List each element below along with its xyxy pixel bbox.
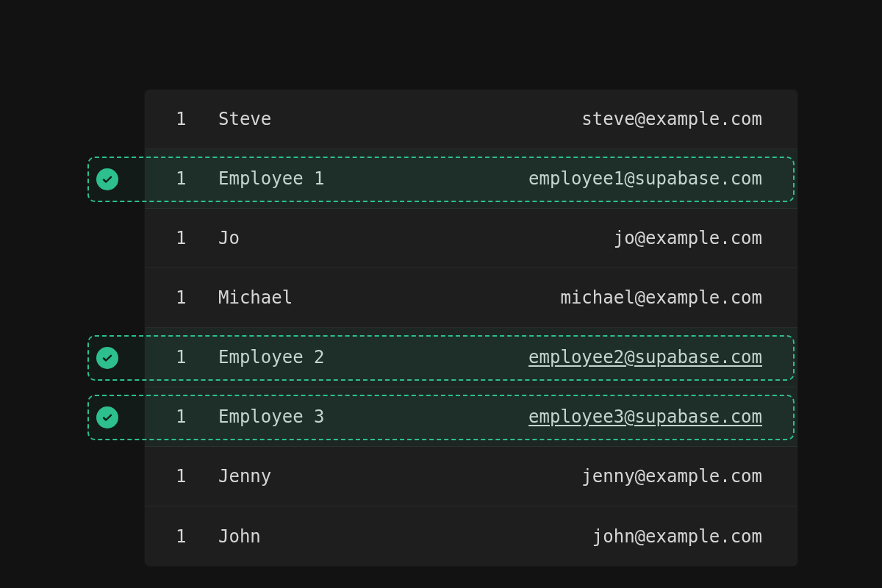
row-email[interactable]: employee3@supabase.com (528, 406, 762, 427)
canvas: 1 Steve steve@example.com 1 Employee 1 e… (0, 0, 882, 588)
check-badge (96, 347, 118, 369)
row-name: Jo (218, 228, 240, 248)
row-email: employee1@supabase.com (528, 168, 762, 189)
row-index: 1 (176, 526, 218, 547)
row-index: 1 (176, 406, 218, 427)
row-name: Steve (218, 109, 271, 129)
check-badge (96, 168, 118, 190)
row-name: Jenny (218, 466, 271, 487)
check-icon (101, 412, 113, 423)
table-row[interactable]: 1 Michael michael@example.com (145, 268, 797, 328)
row-index: 1 (176, 347, 218, 368)
row-email[interactable]: employee2@supabase.com (528, 347, 762, 368)
check-badge (96, 406, 118, 429)
row-email: jenny@example.com (581, 466, 762, 487)
row-name: Employee 3 (218, 406, 325, 427)
check-icon (101, 173, 113, 185)
table-row[interactable]: 1 Employee 1 employee1@supabase.com (145, 149, 797, 209)
row-name: Employee 2 (218, 347, 325, 368)
table-row[interactable]: 1 John john@example.com (145, 506, 797, 566)
row-email: steve@example.com (581, 109, 762, 129)
table-row[interactable]: 1 Steve steve@example.com (145, 90, 797, 149)
row-name: Employee 1 (218, 168, 325, 189)
data-table: 1 Steve steve@example.com 1 Employee 1 e… (145, 90, 797, 566)
row-email: john@example.com (592, 526, 762, 547)
row-name: John (218, 526, 261, 547)
check-icon (101, 352, 113, 364)
row-index: 1 (176, 228, 218, 248)
table-row[interactable]: 1 Jo jo@example.com (145, 209, 797, 268)
table-row[interactable]: 1 Jenny jenny@example.com (145, 447, 797, 506)
row-index: 1 (176, 466, 218, 487)
table-row[interactable]: 1 Employee 3 employee3@supabase.com (145, 387, 797, 447)
table-row[interactable]: 1 Employee 2 employee2@supabase.com (145, 328, 797, 387)
row-email: jo@example.com (614, 228, 762, 248)
row-index: 1 (176, 109, 218, 129)
row-index: 1 (176, 287, 218, 308)
row-email: michael@example.com (560, 287, 762, 308)
row-name: Michael (218, 287, 293, 308)
row-index: 1 (176, 168, 218, 189)
